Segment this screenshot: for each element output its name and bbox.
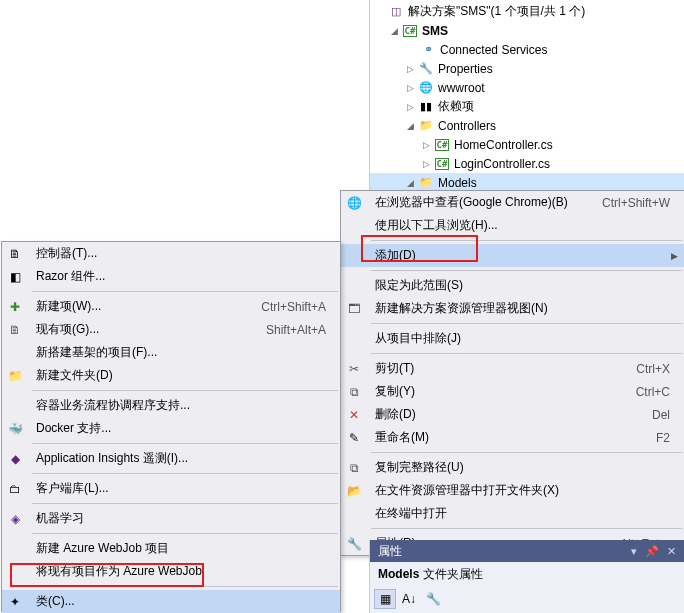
menu-add-razor[interactable]: ◧ Razor 组件... bbox=[2, 265, 340, 288]
controller-icon: 🗎 bbox=[7, 246, 23, 262]
controllers-label: Controllers bbox=[438, 119, 496, 133]
folder-open-icon: 📂 bbox=[346, 483, 362, 499]
project-name: SMS bbox=[422, 24, 448, 38]
categorize-button[interactable]: ▦ bbox=[374, 589, 396, 609]
menu-webjob-new[interactable]: 新建 Azure WebJob 项目 bbox=[2, 537, 340, 560]
new-folder-icon: 📁 bbox=[7, 368, 23, 384]
copy-icon: ⧉ bbox=[346, 460, 362, 476]
properties-title-bar[interactable]: 属性 ▾ 📌 ✕ bbox=[370, 540, 684, 562]
menu-copy[interactable]: ⧉ 复制(Y) Ctrl+C bbox=[341, 380, 684, 403]
menu-open-terminal[interactable]: 在终端中打开 bbox=[341, 502, 684, 525]
properties-label: Properties bbox=[438, 62, 493, 76]
deps-node[interactable]: ▷ ▮▮ 依赖项 bbox=[370, 97, 684, 116]
login-controller-node[interactable]: ▷ C# LoginController.cs bbox=[370, 154, 684, 173]
properties-subject: Models 文件夹属性 bbox=[370, 562, 684, 587]
solution-node[interactable]: ◫ 解决方案"SMS"(1 个项目/共 1 个) bbox=[370, 2, 684, 21]
solution-tree[interactable]: ◫ 解决方案"SMS"(1 个项目/共 1 个) ◢ C# SMS ⚭ Conn… bbox=[370, 0, 684, 194]
new-item-icon: ✚ bbox=[7, 299, 23, 315]
home-label: HomeController.cs bbox=[454, 138, 553, 152]
connected-label: Connected Services bbox=[440, 43, 547, 57]
menu-new-folder[interactable]: 📁 新建文件夹(D) bbox=[2, 364, 340, 387]
properties-title: 属性 bbox=[378, 543, 402, 560]
context-menu-folder: 🌐 在浏览器中查看(Google Chrome)(B) Ctrl+Shift+W… bbox=[340, 190, 684, 556]
class-icon: ✦ bbox=[7, 594, 23, 610]
menu-docker[interactable]: 🐳 Docker 支持... bbox=[2, 417, 340, 440]
close-icon[interactable]: ✕ bbox=[667, 545, 676, 558]
menu-separator bbox=[32, 473, 338, 474]
props-wrench-button[interactable]: 🔧 bbox=[422, 589, 444, 609]
login-label: LoginController.cs bbox=[454, 157, 550, 171]
globe-icon: 🌐 bbox=[418, 80, 434, 96]
cs-file-icon: C# bbox=[434, 156, 450, 172]
docker-icon: 🐳 bbox=[7, 421, 23, 437]
cut-icon: ✂ bbox=[346, 361, 362, 377]
menu-separator bbox=[32, 291, 338, 292]
wrench-icon: 🔧 bbox=[346, 536, 362, 552]
context-submenu-add: 🗎 控制器(T)... ◧ Razor 组件... ✚ 新建项(W)... Ct… bbox=[1, 241, 341, 612]
dropdown-icon[interactable]: ▾ bbox=[631, 545, 637, 558]
menu-separator bbox=[371, 528, 682, 529]
menu-separator bbox=[371, 270, 682, 271]
collapse-arrow-icon[interactable]: ▷ bbox=[404, 82, 416, 94]
collapse-arrow-icon[interactable]: ▷ bbox=[420, 139, 432, 151]
menu-ml[interactable]: ◈ 机器学习 bbox=[2, 507, 340, 530]
menu-container-orch[interactable]: 容器业务流程协调程序支持... bbox=[2, 394, 340, 417]
deps-icon: ▮▮ bbox=[418, 99, 434, 115]
properties-toolbar: ▦ A↓ 🔧 bbox=[370, 587, 684, 611]
menu-separator bbox=[371, 323, 682, 324]
connected-services-node[interactable]: ⚭ Connected Services bbox=[370, 40, 684, 59]
models-label: Models bbox=[438, 176, 477, 190]
expand-arrow-icon[interactable]: ◢ bbox=[404, 120, 416, 132]
home-controller-node[interactable]: ▷ C# HomeController.cs bbox=[370, 135, 684, 154]
menu-open-explorer[interactable]: 📂 在文件资源管理器中打开文件夹(X) bbox=[341, 479, 684, 502]
copy-icon: ⧉ bbox=[346, 384, 362, 400]
wwwroot-node[interactable]: ▷ 🌐 wwwroot bbox=[370, 78, 684, 97]
menu-separator bbox=[32, 443, 338, 444]
menu-add[interactable]: 添加(D) ▶ bbox=[341, 244, 684, 267]
menu-add-controller[interactable]: 🗎 控制器(T)... bbox=[2, 242, 340, 265]
menu-scope[interactable]: 限定为此范围(S) bbox=[341, 274, 684, 297]
menu-browse-with[interactable]: 使用以下工具浏览(H)... bbox=[341, 214, 684, 237]
connected-icon: ⚭ bbox=[420, 42, 436, 58]
menu-exclude[interactable]: 从项目中排除(J) bbox=[341, 327, 684, 350]
solution-title: 解决方案"SMS"(1 个项目/共 1 个) bbox=[408, 3, 585, 20]
props-name-bold: Models bbox=[378, 567, 419, 581]
properties-panel: 属性 ▾ 📌 ✕ Models 文件夹属性 ▦ A↓ 🔧 bbox=[369, 540, 684, 613]
controllers-node[interactable]: ◢ 📁 Controllers bbox=[370, 116, 684, 135]
insights-icon: ◆ bbox=[7, 451, 23, 467]
expand-arrow-icon[interactable]: ◢ bbox=[388, 25, 400, 37]
ml-icon: ◈ bbox=[7, 511, 23, 527]
wrench-icon: 🔧 bbox=[418, 61, 434, 77]
razor-icon: ◧ bbox=[7, 269, 23, 285]
cs-file-icon: C# bbox=[434, 137, 450, 153]
menu-add-class[interactable]: ✦ 类(C)... bbox=[2, 590, 340, 613]
menu-scaffold[interactable]: 新搭建基架的项目(F)... bbox=[2, 341, 340, 364]
properties-node[interactable]: ▷ 🔧 Properties bbox=[370, 59, 684, 78]
wwwroot-label: wwwroot bbox=[438, 81, 485, 95]
collapse-arrow-icon[interactable]: ▷ bbox=[420, 158, 432, 170]
menu-existing-item[interactable]: 🗎 现有项(G)... Shift+Alt+A bbox=[2, 318, 340, 341]
menu-cut[interactable]: ✂ 剪切(T) Ctrl+X bbox=[341, 357, 684, 380]
pin-icon[interactable]: 📌 bbox=[645, 545, 659, 558]
props-name-rest: 文件夹属性 bbox=[419, 567, 482, 581]
expand-arrow-icon[interactable]: ◢ bbox=[404, 177, 416, 189]
menu-separator bbox=[371, 452, 682, 453]
menu-app-insights[interactable]: ◆ Application Insights 遥测(I)... bbox=[2, 447, 340, 470]
menu-webjob-existing[interactable]: 将现有项目作为 Azure WebJob bbox=[2, 560, 340, 583]
collapse-arrow-icon[interactable]: ▷ bbox=[404, 63, 416, 75]
submenu-arrow-icon: ▶ bbox=[671, 251, 678, 261]
menu-delete[interactable]: ✕ 删除(D) Del bbox=[341, 403, 684, 426]
project-node[interactable]: ◢ C# SMS bbox=[370, 21, 684, 40]
menu-copy-path[interactable]: ⧉ 复制完整路径(U) bbox=[341, 456, 684, 479]
view-icon: 🗔 bbox=[346, 301, 362, 317]
menu-browse[interactable]: 🌐 在浏览器中查看(Google Chrome)(B) Ctrl+Shift+W bbox=[341, 191, 684, 214]
collapse-arrow-icon[interactable]: ▷ bbox=[404, 101, 416, 113]
sort-az-button[interactable]: A↓ bbox=[398, 589, 420, 609]
menu-new-item[interactable]: ✚ 新建项(W)... Ctrl+Shift+A bbox=[2, 295, 340, 318]
rename-icon: ✎ bbox=[346, 430, 362, 446]
solution-explorer: ◫ 解决方案"SMS"(1 个项目/共 1 个) ◢ C# SMS ⚭ Conn… bbox=[369, 0, 684, 192]
solution-icon: ◫ bbox=[388, 4, 404, 20]
menu-client-lib[interactable]: 🗀 客户端库(L)... bbox=[2, 477, 340, 500]
menu-new-view[interactable]: 🗔 新建解决方案资源管理器视图(N) bbox=[341, 297, 684, 320]
menu-rename[interactable]: ✎ 重命名(M) F2 bbox=[341, 426, 684, 449]
